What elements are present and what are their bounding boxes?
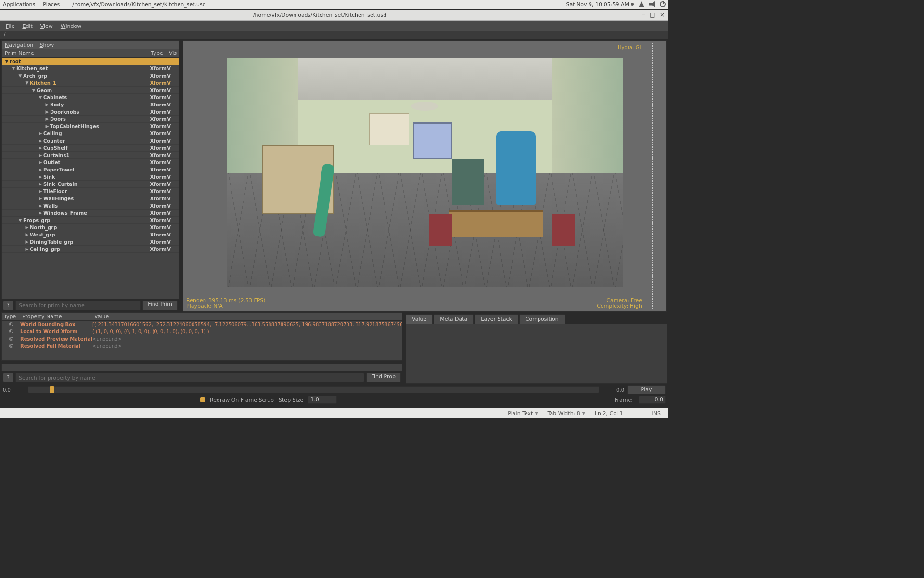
chevron-right-icon[interactable]: ▶: [38, 210, 43, 215]
tree-row[interactable]: ▶DoorsXformV: [2, 116, 179, 123]
gedit-tabwidth[interactable]: Tab Width: 8 ▼: [548, 410, 585, 417]
tree-menu-show[interactable]: Show: [40, 42, 54, 48]
tree-row[interactable]: ▶North_grpXformV: [2, 224, 179, 231]
tree-row[interactable]: ▼GeomXformV: [2, 87, 179, 94]
os-clock[interactable]: Sat Nov 9, 10:05:59 AM: [566, 1, 629, 8]
tree-row[interactable]: ▶CounterXformV: [2, 137, 179, 144]
property-row[interactable]: ©Resolved Preview Material<unbound>: [2, 335, 402, 342]
tree-row[interactable]: ▼Kitchen_1XformV: [2, 79, 179, 87]
prim-tree[interactable]: ▼root▼Kitchen_setXformV▼Arch_grpXformV▼K…: [1, 58, 179, 299]
chevron-right-icon[interactable]: ▶: [38, 138, 43, 143]
prop-header-value[interactable]: Value: [92, 313, 402, 320]
window-close-button[interactable]: ×: [659, 12, 666, 19]
power-icon[interactable]: [660, 1, 666, 7]
chevron-right-icon[interactable]: ▶: [38, 131, 43, 136]
tree-row[interactable]: ▼CabinetsXformV: [2, 94, 179, 101]
find-prop-button[interactable]: Find Prop: [366, 373, 401, 382]
prim-search-input[interactable]: [15, 301, 141, 310]
gedit-insert-mode[interactable]: INS: [652, 410, 661, 417]
chevron-right-icon[interactable]: ▶: [44, 102, 50, 107]
tree-row[interactable]: ▶TopCabinetHingesXformV: [2, 123, 179, 130]
tree-header-type[interactable]: Type: [150, 49, 167, 57]
inspector-content[interactable]: [406, 324, 667, 384]
prim-search-help-button[interactable]: ?: [3, 301, 13, 310]
3d-viewport[interactable]: Hydra: GL Render: 395.13 ms (2.53 FPS) P…: [183, 40, 667, 312]
tree-row[interactable]: ▶OutletXformV: [2, 159, 179, 166]
tab-metadata[interactable]: Meta Data: [434, 314, 474, 324]
prop-header-name[interactable]: Property Name: [20, 313, 92, 320]
prop-header-type[interactable]: Type: [2, 313, 20, 320]
prop-search-input[interactable]: [15, 373, 364, 382]
tab-value[interactable]: Value: [406, 314, 433, 324]
chevron-right-icon[interactable]: ▶: [38, 174, 43, 179]
tree-row[interactable]: ▶WallsXformV: [2, 202, 179, 210]
tree-row[interactable]: ▶DiningTable_grpXformV: [2, 238, 179, 246]
tree-menu-navigation[interactable]: Navigation: [5, 42, 33, 48]
prop-search-help-button[interactable]: ?: [3, 373, 13, 382]
chevron-right-icon[interactable]: ▶: [38, 203, 43, 208]
property-row[interactable]: ©Resolved Full Material<unbound>: [2, 342, 402, 350]
chevron-down-icon[interactable]: ▼: [24, 80, 30, 85]
chevron-right-icon[interactable]: ▶: [24, 239, 30, 244]
frame-input[interactable]: 0.0: [639, 396, 666, 404]
property-list[interactable]: ©World Bounding Box[(-221.34317016601562…: [1, 321, 402, 361]
chevron-right-icon[interactable]: ▶: [38, 153, 43, 158]
os-menu-places[interactable]: Places: [43, 1, 60, 8]
tab-layerstack[interactable]: Layer Stack: [475, 314, 518, 324]
chevron-down-icon[interactable]: ▼: [4, 59, 10, 64]
redraw-checkbox[interactable]: [200, 397, 205, 402]
tree-row[interactable]: ▼Arch_grpXformV: [2, 72, 179, 79]
tree-row[interactable]: ▶DoorknobsXformV: [2, 108, 179, 116]
tab-composition[interactable]: Composition: [519, 314, 565, 324]
tree-row[interactable]: ▶WallHingesXformV: [2, 195, 179, 202]
window-maximize-button[interactable]: □: [649, 12, 656, 19]
tree-row[interactable]: ▶TileFloorXformV: [2, 188, 179, 195]
chevron-right-icon[interactable]: ▶: [44, 117, 50, 121]
network-icon[interactable]: [639, 1, 644, 7]
step-size-input[interactable]: 1.0: [308, 396, 337, 404]
chevron-down-icon[interactable]: ▼: [17, 73, 23, 78]
menu-edit[interactable]: Edit: [22, 23, 32, 29]
tree-row[interactable]: ▶Curtains1XformV: [2, 152, 179, 159]
tree-header-name[interactable]: Prim Name: [2, 49, 150, 57]
play-button[interactable]: Play: [627, 385, 666, 394]
menu-view[interactable]: View: [40, 23, 53, 29]
time-slider[interactable]: [28, 386, 599, 393]
chevron-right-icon[interactable]: ▶: [24, 232, 30, 237]
gedit-lang[interactable]: Plain Text ▼: [508, 410, 538, 417]
chevron-right-icon[interactable]: ▶: [38, 160, 43, 165]
tree-row[interactable]: ▶PaperTowelXformV: [2, 166, 179, 173]
chevron-down-icon[interactable]: ▼: [11, 66, 16, 71]
chevron-down-icon[interactable]: ▼: [38, 95, 43, 100]
tree-row[interactable]: ▼Props_grpXformV: [2, 217, 179, 224]
chevron-right-icon[interactable]: ▶: [24, 247, 30, 251]
tree-row[interactable]: ▼root: [2, 58, 179, 65]
os-menu-applications[interactable]: Applications: [3, 1, 35, 8]
chevron-right-icon[interactable]: ▶: [44, 109, 50, 114]
property-row[interactable]: ©World Bounding Box[(-221.34317016601562…: [2, 321, 402, 328]
chevron-right-icon[interactable]: ▶: [44, 124, 50, 129]
notification-dot-icon[interactable]: [631, 3, 634, 6]
chevron-right-icon[interactable]: ▶: [38, 182, 43, 186]
tree-row[interactable]: ▶Windows_FrameXformV: [2, 210, 179, 217]
time-slider-handle[interactable]: [50, 386, 54, 393]
tree-row[interactable]: ▶CeilingXformV: [2, 130, 179, 137]
tree-header-vis[interactable]: Vis: [167, 49, 179, 57]
chevron-right-icon[interactable]: ▶: [38, 167, 43, 172]
chevron-down-icon[interactable]: ▼: [17, 218, 23, 223]
window-minimize-button[interactable]: −: [640, 12, 646, 19]
tree-row[interactable]: ▶West_grpXformV: [2, 231, 179, 238]
volume-icon[interactable]: [649, 1, 655, 7]
chevron-down-icon[interactable]: ▼: [31, 88, 37, 92]
prim-path-breadcrumb[interactable]: /: [0, 31, 668, 39]
chevron-right-icon[interactable]: ▶: [38, 189, 43, 194]
menu-file[interactable]: File: [6, 23, 14, 29]
menu-window[interactable]: Window: [61, 23, 81, 29]
chevron-right-icon[interactable]: ▶: [24, 225, 30, 230]
chevron-right-icon[interactable]: ▶: [38, 196, 43, 201]
tree-row[interactable]: ▶BodyXformV: [2, 101, 179, 108]
tree-row[interactable]: ▶Sink_CurtainXformV: [2, 181, 179, 188]
window-titlebar[interactable]: /home/vfx/Downloads/Kitchen_set/Kitchen_…: [0, 10, 668, 21]
find-prim-button[interactable]: Find Prim: [142, 301, 178, 310]
tree-row[interactable]: ▶Ceiling_grpXformV: [2, 246, 179, 253]
